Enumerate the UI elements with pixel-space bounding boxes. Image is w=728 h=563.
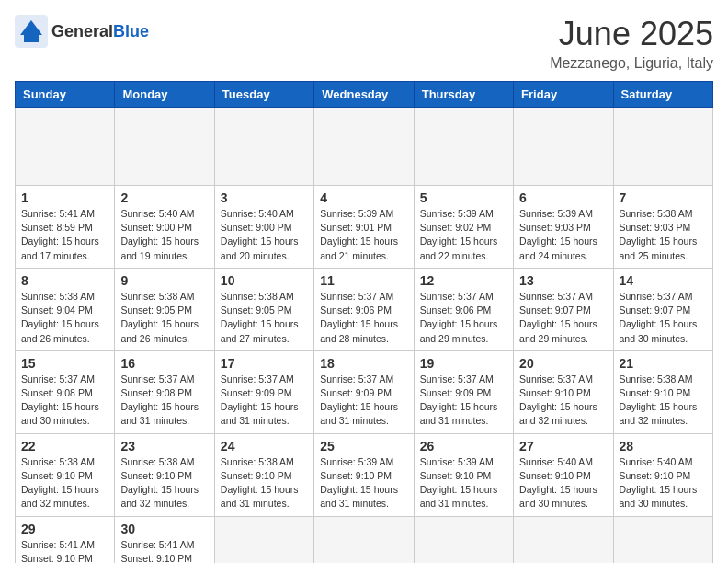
day-info: Sunrise: 5:38 AM Sunset: 9:04 PM Dayligh…: [21, 290, 108, 346]
day-info: Sunrise: 5:40 AM Sunset: 9:00 PM Dayligh…: [120, 207, 208, 263]
day-number: 27: [519, 439, 607, 454]
day-number: 3: [221, 190, 308, 205]
day-number: 15: [21, 356, 108, 371]
day-header-tuesday: Tuesday: [214, 82, 313, 108]
day-header-friday: Friday: [514, 82, 613, 108]
day-header-saturday: Saturday: [613, 82, 712, 108]
day-header-monday: Monday: [115, 82, 214, 108]
day-cell: 23Sunrise: 5:38 AM Sunset: 9:10 PM Dayli…: [115, 433, 214, 516]
day-cell: 15Sunrise: 5:37 AM Sunset: 9:08 PM Dayli…: [16, 350, 115, 433]
day-info: Sunrise: 5:37 AM Sunset: 9:07 PM Dayligh…: [620, 290, 707, 346]
day-info: Sunrise: 5:38 AM Sunset: 9:10 PM Dayligh…: [620, 373, 707, 429]
day-header-wednesday: Wednesday: [314, 82, 414, 108]
day-number: 21: [620, 356, 707, 371]
day-info: Sunrise: 5:38 AM Sunset: 9:10 PM Dayligh…: [221, 455, 308, 511]
day-cell: 2Sunrise: 5:40 AM Sunset: 9:00 PM Daylig…: [115, 186, 214, 269]
day-info: Sunrise: 5:37 AM Sunset: 9:08 PM Dayligh…: [120, 373, 208, 429]
day-number: 4: [320, 190, 407, 205]
day-cell: 7Sunrise: 5:38 AM Sunset: 9:03 PM Daylig…: [613, 186, 712, 269]
day-info: Sunrise: 5:38 AM Sunset: 9:05 PM Dayligh…: [120, 290, 208, 346]
week-row-4: 15Sunrise: 5:37 AM Sunset: 9:08 PM Dayli…: [16, 350, 713, 433]
logo-icon: [15, 15, 48, 48]
week-row-2: 1Sunrise: 5:41 AM Sunset: 8:59 PM Daylig…: [16, 186, 713, 269]
day-cell: [214, 516, 313, 563]
logo-general: General: [51, 22, 113, 41]
day-cell: [314, 108, 414, 186]
day-cell: [514, 108, 613, 186]
day-info: Sunrise: 5:39 AM Sunset: 9:03 PM Dayligh…: [519, 207, 607, 263]
day-cell: 30Sunrise: 5:41 AM Sunset: 9:10 PM Dayli…: [115, 516, 214, 563]
day-number: 30: [120, 522, 208, 536]
day-cell: [115, 108, 214, 186]
day-number: 11: [320, 273, 407, 288]
week-row-5: 22Sunrise: 5:38 AM Sunset: 9:10 PM Dayli…: [16, 433, 713, 516]
day-number: 13: [519, 273, 607, 288]
day-cell: [214, 108, 313, 186]
week-row-6: 29Sunrise: 5:41 AM Sunset: 9:10 PM Dayli…: [16, 516, 713, 563]
day-info: Sunrise: 5:37 AM Sunset: 9:06 PM Dayligh…: [320, 290, 407, 346]
day-number: 16: [120, 356, 208, 371]
day-number: 10: [221, 273, 308, 288]
day-cell: [16, 108, 115, 186]
title-area: June 2025 Mezzanego, Liguria, Italy: [550, 15, 713, 72]
day-number: 9: [120, 273, 208, 288]
day-info: Sunrise: 5:37 AM Sunset: 9:09 PM Dayligh…: [320, 373, 407, 429]
day-number: 18: [320, 356, 407, 371]
day-number: 23: [120, 439, 208, 454]
logo: GeneralBlue: [15, 15, 149, 48]
day-cell: 24Sunrise: 5:38 AM Sunset: 9:10 PM Dayli…: [214, 433, 313, 516]
day-header-thursday: Thursday: [414, 82, 513, 108]
week-row-3: 8Sunrise: 5:38 AM Sunset: 9:04 PM Daylig…: [16, 268, 713, 350]
day-cell: 4Sunrise: 5:39 AM Sunset: 9:01 PM Daylig…: [314, 186, 414, 269]
day-cell: 19Sunrise: 5:37 AM Sunset: 9:09 PM Dayli…: [414, 350, 513, 433]
day-cell: 14Sunrise: 5:37 AM Sunset: 9:07 PM Dayli…: [613, 268, 712, 350]
day-info: Sunrise: 5:37 AM Sunset: 9:09 PM Dayligh…: [420, 373, 507, 429]
day-cell: 29Sunrise: 5:41 AM Sunset: 9:10 PM Dayli…: [16, 516, 115, 563]
day-number: 6: [519, 190, 607, 205]
svg-rect-2: [24, 35, 39, 42]
day-info: Sunrise: 5:40 AM Sunset: 9:10 PM Dayligh…: [519, 455, 607, 511]
day-number: 5: [420, 190, 507, 205]
day-info: Sunrise: 5:39 AM Sunset: 9:02 PM Dayligh…: [420, 207, 507, 263]
day-cell: 11Sunrise: 5:37 AM Sunset: 9:06 PM Dayli…: [314, 268, 414, 350]
day-number: 19: [420, 356, 507, 371]
day-info: Sunrise: 5:40 AM Sunset: 9:00 PM Dayligh…: [221, 207, 308, 263]
day-cell: [314, 516, 414, 563]
day-cell: 26Sunrise: 5:39 AM Sunset: 9:10 PM Dayli…: [414, 433, 513, 516]
day-info: Sunrise: 5:37 AM Sunset: 9:09 PM Dayligh…: [221, 373, 308, 429]
day-cell: 8Sunrise: 5:38 AM Sunset: 9:04 PM Daylig…: [16, 268, 115, 350]
week-row-1: [16, 108, 713, 186]
day-cell: 12Sunrise: 5:37 AM Sunset: 9:06 PM Dayli…: [414, 268, 513, 350]
day-number: 29: [21, 522, 108, 536]
day-cell: 20Sunrise: 5:37 AM Sunset: 9:10 PM Dayli…: [514, 350, 613, 433]
day-cell: 13Sunrise: 5:37 AM Sunset: 9:07 PM Dayli…: [514, 268, 613, 350]
day-info: Sunrise: 5:38 AM Sunset: 9:03 PM Dayligh…: [620, 207, 707, 263]
day-info: Sunrise: 5:41 AM Sunset: 8:59 PM Dayligh…: [21, 207, 108, 263]
location: Mezzanego, Liguria, Italy: [550, 55, 713, 72]
day-cell: 6Sunrise: 5:39 AM Sunset: 9:03 PM Daylig…: [514, 186, 613, 269]
day-number: 22: [21, 439, 108, 454]
day-number: 7: [620, 190, 707, 205]
day-number: 28: [620, 439, 707, 454]
day-info: Sunrise: 5:37 AM Sunset: 9:10 PM Dayligh…: [519, 373, 607, 429]
days-header-row: SundayMondayTuesdayWednesdayThursdayFrid…: [16, 82, 713, 108]
day-info: Sunrise: 5:38 AM Sunset: 9:10 PM Dayligh…: [120, 455, 208, 511]
day-number: 12: [420, 273, 507, 288]
day-cell: 18Sunrise: 5:37 AM Sunset: 9:09 PM Dayli…: [314, 350, 414, 433]
day-cell: 25Sunrise: 5:39 AM Sunset: 9:10 PM Dayli…: [314, 433, 414, 516]
day-number: 2: [120, 190, 208, 205]
day-cell: 10Sunrise: 5:38 AM Sunset: 9:05 PM Dayli…: [214, 268, 313, 350]
day-header-sunday: Sunday: [16, 82, 115, 108]
day-number: 17: [221, 356, 308, 371]
day-number: 24: [221, 439, 308, 454]
day-info: Sunrise: 5:40 AM Sunset: 9:10 PM Dayligh…: [620, 455, 707, 511]
day-number: 14: [620, 273, 707, 288]
day-cell: [613, 516, 712, 563]
day-cell: 22Sunrise: 5:38 AM Sunset: 9:10 PM Dayli…: [16, 433, 115, 516]
day-cell: [414, 516, 513, 563]
day-number: 1: [21, 190, 108, 205]
day-info: Sunrise: 5:37 AM Sunset: 9:06 PM Dayligh…: [420, 290, 507, 346]
month-title: June 2025: [550, 15, 713, 53]
logo-blue: Blue: [113, 22, 149, 41]
day-info: Sunrise: 5:41 AM Sunset: 9:10 PM Dayligh…: [21, 538, 108, 564]
